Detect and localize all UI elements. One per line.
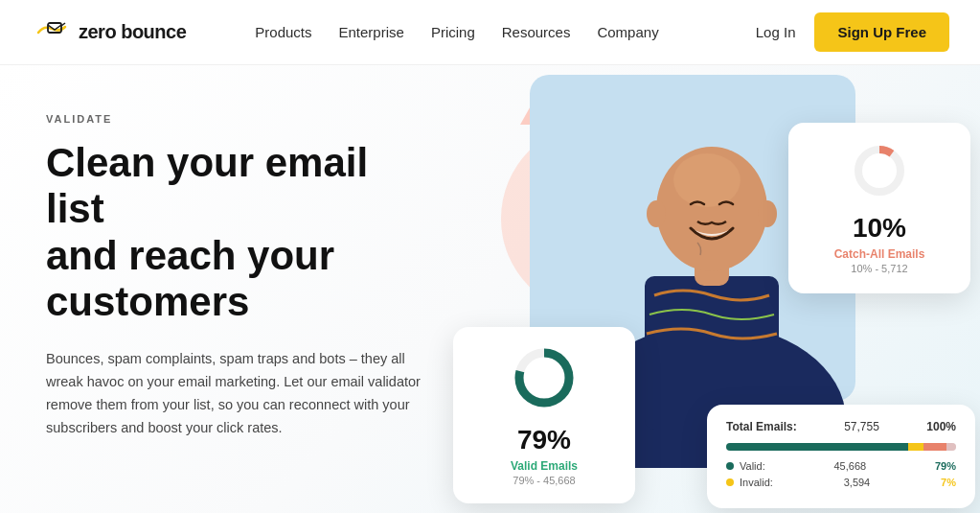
progress-catchall — [923, 443, 946, 451]
stat-invalid-name: Invalid: — [726, 477, 773, 488]
nav-products[interactable]: Products — [255, 24, 311, 40]
login-button[interactable]: Log In — [756, 24, 796, 40]
progress-other — [946, 443, 956, 451]
nav-right: Log In Sign Up Free — [756, 12, 949, 52]
svg-point-8 — [858, 150, 900, 192]
total-count: 57,755 — [844, 420, 879, 433]
catch-all-percent: 10% — [811, 213, 947, 244]
catch-all-donut-chart — [851, 142, 908, 199]
nav-resources[interactable]: Resources — [502, 24, 571, 40]
svg-point-7 — [758, 200, 777, 227]
stat-valid-dot — [726, 462, 734, 470]
svg-point-5 — [673, 153, 741, 207]
progress-valid — [726, 443, 908, 451]
catch-all-label: Catch-All Emails — [811, 247, 947, 261]
catch-all-card: 10% Catch-All Emails 10% - 5,712 — [788, 123, 970, 293]
nav-company[interactable]: Company — [597, 24, 658, 40]
hero-description: Bounces, spam complaints, spam traps and… — [46, 348, 422, 440]
valid-emails-card: 79% Valid Emails 79% - 45,668 — [453, 327, 635, 503]
stat-invalid-dot — [726, 478, 734, 486]
valid-label: Valid Emails — [474, 459, 614, 473]
logo-text: zero bounce — [79, 21, 186, 43]
total-emails-row: Total Emails: 57,755 100% — [726, 420, 956, 433]
catch-all-sublabel: 10% - 5,712 — [811, 263, 947, 274]
total-emails-card: Total Emails: 57,755 100% Valid: 45,668 … — [707, 405, 975, 508]
logo-icon — [31, 17, 73, 48]
stat-valid-pct: 79% — [935, 460, 956, 472]
nav-enterprise[interactable]: Enterprise — [339, 24, 404, 40]
stat-invalid-count: 3,594 — [844, 477, 871, 488]
progress-bar — [726, 443, 956, 451]
navbar: zero bounce Products Enterprise Pricing … — [0, 0, 980, 65]
signup-button[interactable]: Sign Up Free — [814, 12, 949, 52]
hero-left: VALIDATE Clean your email list and reach… — [0, 65, 460, 513]
logo[interactable]: zero bounce — [31, 17, 186, 48]
progress-invalid — [908, 443, 924, 451]
valid-sublabel: 79% - 45,668 — [474, 475, 614, 486]
hero-section: VALIDATE Clean your email list and reach… — [0, 65, 980, 513]
valid-emails-donut-chart — [511, 344, 578, 411]
total-label: Total Emails: — [726, 420, 797, 433]
valid-percent: 79% — [474, 425, 614, 455]
stat-invalid-row: Invalid: 3,594 7% — [726, 477, 956, 488]
total-pct: 100% — [926, 420, 956, 433]
stat-valid-row: Valid: 45,668 79% — [726, 460, 956, 472]
stat-valid-count: 45,668 — [834, 460, 867, 472]
stat-invalid-pct: 7% — [941, 477, 956, 488]
stat-valid-name: Valid: — [726, 460, 765, 472]
hero-right: 10% Catch-All Emails 10% - 5,712 79% Val… — [424, 65, 980, 513]
svg-point-6 — [647, 200, 666, 227]
nav-pricing[interactable]: Pricing — [431, 24, 475, 40]
validate-label: VALIDATE — [46, 113, 422, 125]
hero-title: Clean your email list and reach your cus… — [46, 140, 422, 325]
